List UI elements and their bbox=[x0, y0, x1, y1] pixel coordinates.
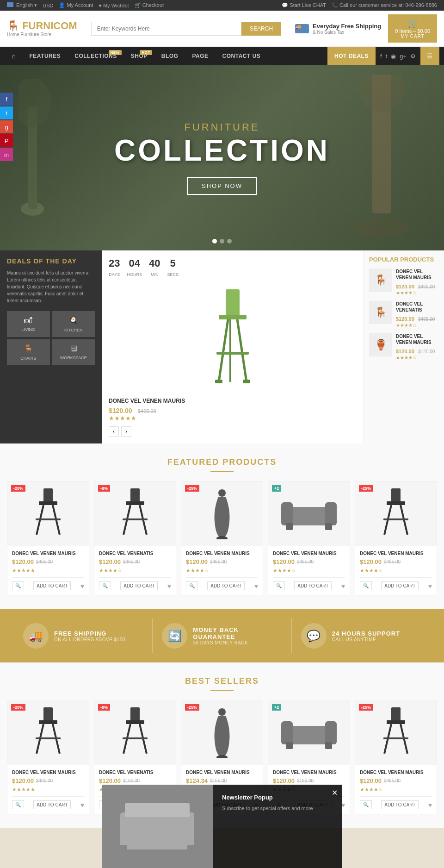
deal-prev-button[interactable]: ‹ bbox=[109, 426, 119, 437]
add-to-cart-button-1[interactable]: ADD TO CART bbox=[120, 581, 158, 590]
add-to-cart-button-bs4[interactable]: ADD TO CART bbox=[381, 800, 419, 809]
add-to-cart-button-2[interactable]: ADD TO CART bbox=[207, 581, 245, 590]
live-chat-link[interactable]: 💬 Start Live CHAT bbox=[282, 2, 326, 8]
product-oldprice-bs2: $165.00 bbox=[210, 778, 227, 783]
quick-view-button-1[interactable]: 🔍 bbox=[99, 581, 111, 590]
wishlist-button-0[interactable]: ♥ bbox=[80, 582, 84, 590]
add-to-cart-button-0[interactable]: ADD TO CART bbox=[33, 581, 71, 590]
nav-features[interactable]: FEATURES bbox=[22, 47, 68, 65]
quick-view-button-4[interactable]: 🔍 bbox=[360, 581, 372, 590]
deals-cat-kitchen[interactable]: 🍳 KITCHEN bbox=[52, 311, 95, 337]
nav-shop[interactable]: SHOP HOT bbox=[124, 47, 154, 65]
deals-cat-chairs[interactable]: 🪑 CHAIRS bbox=[7, 339, 50, 365]
free-shipping-icon: 🚚 bbox=[23, 623, 49, 649]
svg-rect-27 bbox=[281, 502, 293, 525]
language-selector[interactable]: English ▾ bbox=[7, 2, 37, 8]
feature-money-back: 🔄 MONEY BACK GUARANTEE 30 DAYS MONEY BAC… bbox=[153, 618, 291, 653]
quick-view-button-bs0[interactable]: 🔍 bbox=[12, 800, 24, 809]
product-card-bs4: -25% DONEC VEL VENEN MAURIS $120.00 $465… bbox=[355, 700, 437, 814]
hero-title: COLLECTION bbox=[114, 136, 330, 165]
facebook-button[interactable]: f bbox=[0, 93, 13, 106]
product-name-bs4: DONEC VEL VENEN MAURIS bbox=[360, 770, 432, 775]
add-to-cart-button-3[interactable]: ADD TO CART bbox=[294, 581, 332, 590]
feature-shipping-text: FREE SHIPPING ON ALL ORDERS ABOVE $150 bbox=[54, 630, 125, 642]
product-price-1: $120.00 bbox=[99, 558, 121, 565]
account-link[interactable]: 👤 My Account bbox=[59, 2, 93, 8]
currency-selector[interactable]: USD bbox=[43, 3, 53, 8]
product-badge-bs4: -25% bbox=[359, 704, 373, 711]
customer-service-info: 📞 Call our customer service at: 046-996-… bbox=[332, 2, 437, 8]
product-card-3: +2 DONEC VEL VENEN MAURIS $120.00 $465.0… bbox=[268, 481, 350, 595]
wishlist-link[interactable]: ♥ My Wishlist bbox=[99, 3, 129, 8]
wishlist-button-bs0[interactable]: ♥ bbox=[80, 801, 84, 809]
product-info-bs0: DONEC VEL VENEN MAURIS $120.00 $465.00 ★… bbox=[7, 765, 89, 814]
wishlist-button-bs4[interactable]: ♥ bbox=[428, 801, 432, 809]
logo-subtitle: Home Furniture Store bbox=[7, 32, 51, 37]
product-stars-bs0: ★★★★★ bbox=[12, 787, 84, 793]
google-plus-button[interactable]: g bbox=[0, 120, 13, 133]
product-info-2: DONEC VEL VENEN MAURIS $120.00 $465.00 ★… bbox=[181, 546, 263, 595]
wishlist-button-2[interactable]: ♥ bbox=[254, 582, 258, 590]
deals-cat-workspace[interactable]: 🖥 WORKSPACE bbox=[52, 339, 95, 365]
deals-center-panel: 23 DAYS 04 HOURS 40 MIN 5 SECS bbox=[102, 250, 363, 443]
quick-view-button-bs4[interactable]: 🔍 bbox=[360, 800, 372, 809]
nav-collections[interactable]: COLLECTIONS NEW bbox=[68, 47, 124, 65]
product-stars-0: ★★★★★ bbox=[12, 568, 84, 574]
hero-shop-now-button[interactable]: SHOP NOW bbox=[187, 177, 257, 195]
product-badge-0: -20% bbox=[11, 485, 25, 492]
checkout-link[interactable]: 🛒 Checkout bbox=[135, 2, 164, 8]
svg-point-47 bbox=[216, 755, 228, 758]
nav-hot-deals[interactable]: HOT DEALS bbox=[327, 47, 376, 65]
deal-next-button[interactable]: › bbox=[121, 426, 131, 437]
twitter-button[interactable]: t bbox=[0, 106, 13, 119]
cart-widget[interactable]: 🛒 0 Items – $0.00 MY CART bbox=[388, 14, 437, 43]
flag-icon bbox=[7, 2, 13, 7]
add-to-cart-button-bs0[interactable]: ADD TO CART bbox=[33, 800, 71, 809]
nav-blog[interactable]: BLOG bbox=[154, 47, 185, 65]
product-name-bs2: DONEC VEL VENEN MAURIS bbox=[186, 770, 258, 775]
popup-close-button[interactable]: ✕ bbox=[332, 788, 338, 797]
hero-dot-1[interactable] bbox=[212, 239, 217, 244]
hero-dot-3[interactable] bbox=[227, 239, 232, 244]
nav-facebook-icon[interactable]: f bbox=[380, 53, 382, 60]
search-input[interactable] bbox=[91, 22, 241, 36]
nav-rss-icon[interactable]: ◉ bbox=[391, 53, 396, 60]
product-badge-bs3: +2 bbox=[272, 704, 281, 711]
search-button[interactable]: SEARCH bbox=[241, 22, 281, 36]
header: 🪑 FURNICOM Home Furniture Store SEARCH 🚚… bbox=[0, 11, 444, 47]
nav-toggle[interactable]: ☰ bbox=[420, 47, 439, 65]
wishlist-button-1[interactable]: ♥ bbox=[167, 582, 171, 590]
cart-icon: 🛒 bbox=[395, 18, 430, 28]
deals-cat-living[interactable]: 🛋 LIVING bbox=[7, 311, 50, 337]
wishlist-button-4[interactable]: ♥ bbox=[428, 582, 432, 590]
quick-view-button-2[interactable]: 🔍 bbox=[186, 581, 198, 590]
svg-rect-37 bbox=[39, 720, 57, 724]
nav-settings-icon[interactable]: ⚙ bbox=[410, 53, 416, 60]
svg-rect-29 bbox=[286, 523, 293, 530]
popular-item-2: 🪑 DONEC VEL VENENATIS $120.00 $465.00 ★★… bbox=[369, 301, 438, 328]
svg-rect-49 bbox=[281, 721, 293, 744]
svg-rect-50 bbox=[325, 721, 337, 744]
logo[interactable]: 🪑 FURNICOM Home Furniture Store bbox=[7, 20, 77, 37]
nav-contact[interactable]: CONTACT US bbox=[216, 47, 268, 65]
quick-view-button-3[interactable]: 🔍 bbox=[273, 581, 285, 590]
kitchen-icon: 🍳 bbox=[55, 316, 93, 326]
add-to-cart-button-4[interactable]: ADD TO CART bbox=[381, 581, 419, 590]
wishlist-button-3[interactable]: ♥ bbox=[341, 582, 345, 590]
shipping-title: Everyday Free Shipping bbox=[313, 23, 381, 30]
nav-home[interactable]: ⌂ bbox=[5, 47, 22, 65]
nav-twitter-icon[interactable]: t bbox=[386, 53, 388, 60]
svg-rect-40 bbox=[36, 737, 61, 739]
popular-item-3: 🏺 DONEC VEL VENEN MAURIS $120.00 $120.00… bbox=[369, 333, 438, 360]
quick-view-button-0[interactable]: 🔍 bbox=[12, 581, 24, 590]
product-price-bs3: $120.00 bbox=[273, 777, 295, 784]
hero-dot-2[interactable] bbox=[220, 239, 224, 244]
nav-googleplus-icon[interactable]: g+ bbox=[400, 53, 407, 60]
product-actions-1: 🔍 ADD TO CART ♥ bbox=[99, 577, 171, 590]
nav-page[interactable]: PAGE bbox=[185, 47, 215, 65]
pinterest-button[interactable]: P bbox=[0, 134, 13, 147]
product-price-row-bs2: $124.34 $165.00 bbox=[186, 777, 258, 784]
instagram-button[interactable]: in bbox=[0, 148, 13, 161]
product-price-bs4: $120.00 bbox=[360, 777, 382, 784]
popup-furniture-image bbox=[111, 785, 204, 868]
